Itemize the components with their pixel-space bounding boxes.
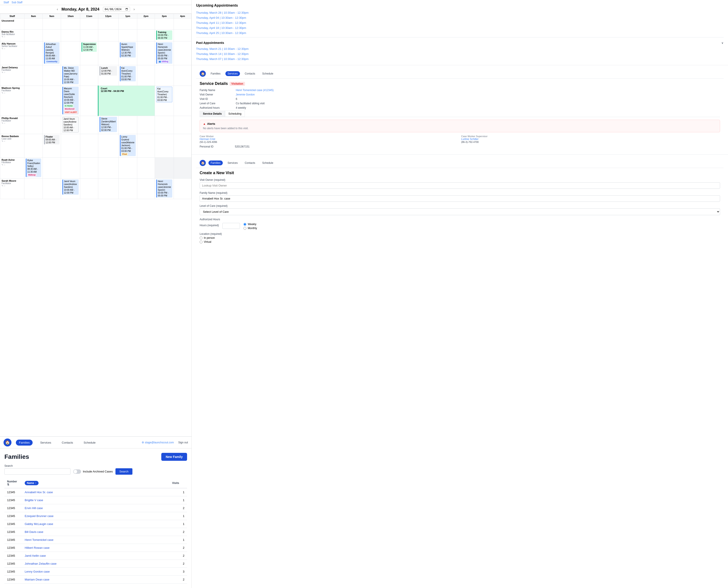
prev-date-btn[interactable]: ‹: [57, 7, 58, 11]
case-name[interactable]: Johnathan Zelauflin case: [22, 560, 170, 568]
event-block[interactable]: Lunch12:00 PM - 01:00 PM: [100, 66, 117, 76]
scheduling-tab[interactable]: Scheduling: [225, 111, 245, 117]
level-of-care-field-label: Level of Care (required): [200, 204, 720, 208]
new-family-button[interactable]: New Family: [161, 453, 187, 461]
appt-link-5[interactable]: Thursday, April 25 | 10:30am - 12:30pm: [196, 30, 724, 36]
event-block[interactable]: Jamil Veum case(Andrew Sanders)10:00 AM …: [62, 180, 79, 195]
event-block[interactable]: Jamil Veum case(Andrew Sanders)10:00 AM …: [62, 117, 79, 132]
event-block[interactable]: Training03:00 PM - 06:00 PM: [156, 30, 172, 40]
table-row: 12345 Johnathan Zelauflin case 2: [4, 560, 187, 568]
search-button[interactable]: Search: [115, 468, 132, 475]
create-visit-tab-services[interactable]: Services: [225, 161, 240, 165]
event-block[interactable]: Henri Homenick case(Jeremie Sporer)03:00…: [156, 42, 172, 64]
weekly-radio[interactable]: [243, 223, 246, 226]
level-of-care-label: Level of Care: [200, 102, 235, 105]
virtual-option[interactable]: Virtual: [200, 240, 720, 244]
case-name[interactable]: Annabell Hox Sr. case: [22, 488, 170, 496]
archived-toggle[interactable]: [73, 469, 81, 474]
case-link[interactable]: Brigitte V case: [25, 499, 43, 502]
tab-families[interactable]: Families: [16, 440, 32, 446]
search-input[interactable]: [7, 470, 68, 473]
case-worker-sup-name[interactable]: Lurline Schiller: [461, 138, 720, 141]
event-block[interactable]: Lonny Grylend case(Malonie Jackson)01:00…: [120, 135, 136, 156]
case-link[interactable]: Gabby McLaugin case: [25, 522, 53, 526]
appt-link-4[interactable]: Thursday, April 18 | 10:30am - 12:30pm: [196, 25, 724, 30]
case-name[interactable]: Jamil Aeilin case: [22, 552, 170, 560]
weekly-option[interactable]: Weekly: [243, 223, 257, 226]
monthly-option[interactable]: Monthly: [243, 227, 257, 230]
case-name[interactable]: Mairiam Dean case: [22, 576, 170, 584]
case-name[interactable]: Bill Davis case: [22, 528, 170, 536]
appt-link-2[interactable]: Thursday, April 04 | 10:30am - 12:30pm: [196, 15, 724, 20]
case-link[interactable]: Hilbert Rowan case: [25, 546, 49, 549]
case-name[interactable]: Ezequiel Brunner case: [22, 512, 170, 520]
right-tab-schedule[interactable]: Schedule: [260, 71, 275, 76]
case-link[interactable]: Bill Davis case: [25, 530, 43, 533]
event-block[interactable]: Ms. Deion Walker MD case(Jarrorny Pate)1…: [62, 66, 79, 84]
right-tab-families[interactable]: Families: [208, 71, 223, 76]
sign-out-btn[interactable]: Sign out: [178, 441, 188, 444]
case-name[interactable]: Brigitte V case: [22, 496, 170, 504]
past-appt-link-2[interactable]: Thursday, March 14 | 10:30am - 12:30pm: [196, 51, 724, 57]
right-tab-contacts[interactable]: Contacts: [243, 71, 257, 76]
case-name[interactable]: Hilbert Rowan case: [22, 544, 170, 552]
service-details-tab[interactable]: Service Details: [200, 111, 225, 117]
case-link[interactable]: Henri Tomenickel case: [25, 538, 53, 542]
past-appt-link-1[interactable]: Thursday, March 21 | 10:30am - 12:30pm: [196, 46, 724, 51]
sub-staff-link[interactable]: Sub Staff: [12, 1, 22, 4]
case-link[interactable]: Mairiam Dean case: [25, 578, 49, 581]
tab-contacts[interactable]: Contacts: [59, 440, 76, 446]
grid-table: Staff 8am 9am 10am 11am 12pm 1pm 2pm 3pm…: [0, 14, 192, 199]
appt-link-3[interactable]: Thursday, April 11 | 10:30am - 12:30pm: [196, 20, 724, 25]
tab-schedule[interactable]: Schedule: [81, 440, 99, 446]
staff-icons: ✎ ○: [2, 71, 23, 74]
case-worker-name[interactable]: Herman Crist: [200, 138, 459, 141]
create-visit-tab-families[interactable]: Families: [208, 161, 223, 165]
in-person-option[interactable]: In person: [200, 236, 720, 239]
event-block[interactable]: Maryom Davis case(Syble Reichert)10:00 A…: [62, 87, 79, 114]
case-visits: 1: [170, 488, 187, 496]
collapse-past-btn[interactable]: ∨: [721, 41, 724, 44]
next-date-btn[interactable]: ›: [134, 7, 135, 11]
event-block[interactable]: Stevie Zanders(Albert Watson)12:00 PM - …: [100, 117, 117, 132]
case-link[interactable]: Ezequiel Brunner case: [25, 514, 53, 518]
case-link[interactable]: Jamil Aeilin case: [25, 554, 46, 558]
table-row: Renne Baldwin Case aide ✎ ○ Floater09:00…: [0, 134, 192, 158]
case-link[interactable]: Johnathan Zelauflin case: [25, 562, 57, 565]
case-name[interactable]: Ervin Hill case: [22, 504, 170, 512]
case-name[interactable]: Gabby McLaugin case: [22, 520, 170, 528]
virtual-radio[interactable]: [200, 240, 202, 244]
in-person-radio[interactable]: [200, 236, 202, 239]
monthly-radio[interactable]: [243, 227, 246, 230]
visit-owner-input[interactable]: [200, 182, 720, 189]
date-input[interactable]: [103, 7, 130, 12]
event-block[interactable]: Rylee Franz(Kaden Selby)08:30 AM - 11:30…: [26, 159, 41, 177]
create-visit-tab-schedule[interactable]: Schedule: [260, 161, 275, 165]
time-cell: [98, 19, 118, 29]
visit-owner-value[interactable]: Jeremie Gordon: [236, 93, 720, 96]
case-name[interactable]: Henri Tomenickel case: [22, 536, 170, 544]
case-link[interactable]: Annabell Hox Sr. case: [25, 490, 53, 494]
time-cell: [137, 41, 155, 65]
event-block[interactable]: Kai Azer(Corey Thrasher)01:00 PM - 03:00…: [120, 66, 136, 81]
event-block[interactable]: Johouthan Zulouf case(lia Rempel)09:00 A…: [44, 42, 60, 64]
col-header-name[interactable]: Name ↑: [22, 478, 170, 488]
appt-link-1[interactable]: Thursday, March 28 | 10:30am - 12:30pm: [196, 10, 724, 15]
right-tab-services[interactable]: Services: [225, 71, 240, 76]
event-block[interactable]: Kai Azer(Corey Thrasher)01:00 PM - 03:00…: [156, 87, 172, 102]
case-link[interactable]: Lenny Gordon case: [25, 570, 49, 573]
hours-input[interactable]: [222, 223, 240, 229]
tab-services[interactable]: Services: [37, 440, 54, 446]
case-name[interactable]: Lenny Gordon case: [22, 568, 170, 576]
family-name-field-input[interactable]: [200, 195, 720, 202]
event-block[interactable]: Floater09:00 AM - 12:00 PM: [44, 135, 60, 144]
event-block[interactable]: Auren Spark(Hope Widmer)12:30 PM - 02:30…: [120, 42, 136, 58]
event-block[interactable]: Henri Homenick case(Jeremie Sporer)03:00…: [156, 180, 172, 197]
past-appt-link-3[interactable]: Thursday, March 07 | 10:30am - 12:30pm: [196, 57, 724, 62]
create-visit-tab-contacts[interactable]: Contacts: [243, 161, 257, 165]
family-name-value[interactable]: Henri Tomenickel case (#12345): [236, 89, 720, 92]
level-of-care-select[interactable]: Select Level of Care: [200, 208, 720, 215]
case-link[interactable]: Ervin Hill case: [25, 506, 43, 510]
event-block[interactable]: Supervision11:00 AM - 12:30 PM: [82, 42, 97, 52]
staff-link[interactable]: Staff: [3, 1, 9, 4]
